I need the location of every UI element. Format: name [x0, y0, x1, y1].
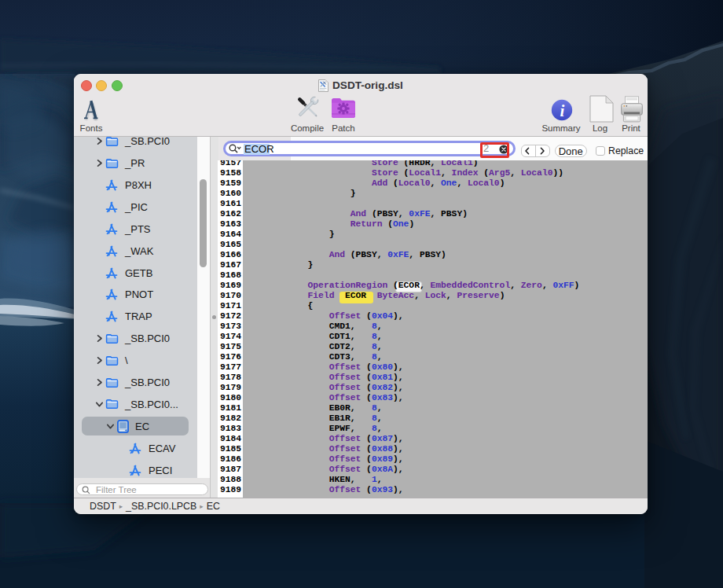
svg-text:i: i	[560, 101, 565, 120]
